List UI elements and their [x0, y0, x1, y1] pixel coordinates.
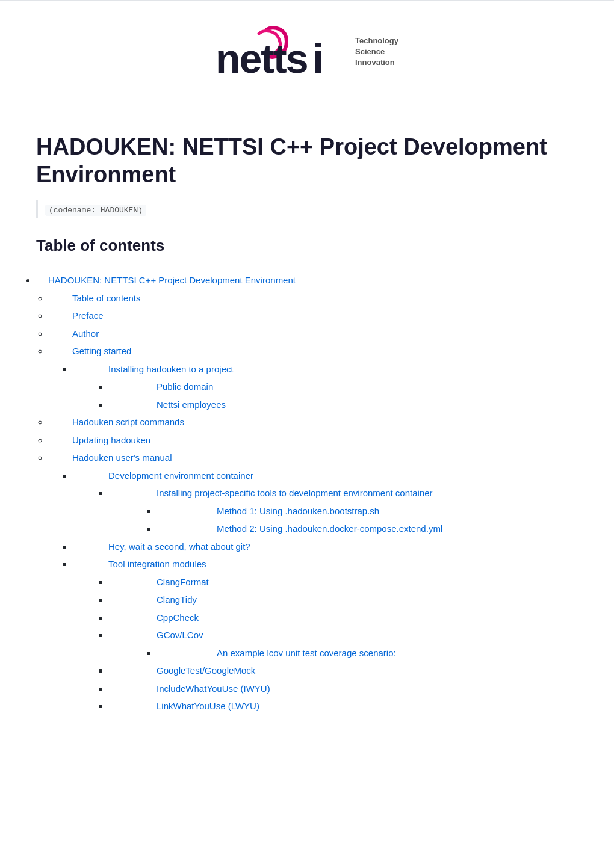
- page-title: HADOUKEN: NETTSI C++ Project Development…: [36, 134, 578, 188]
- list-item: Public domain: [108, 379, 578, 395]
- list-item: Installing project-specific tools to dev…: [108, 485, 578, 537]
- toc-sub-list-2: Installing hadouken to a project Public …: [72, 362, 578, 413]
- toc-link-installing[interactable]: Installing hadouken to a project: [108, 364, 234, 374]
- list-item: Hey, wait a second, what about git?: [72, 539, 578, 555]
- list-item: HADOUKEN: NETTSI C++ Project Development…: [36, 272, 578, 714]
- toc-link-tool-modules[interactable]: Tool integration modules: [108, 559, 206, 569]
- toc-link-git[interactable]: Hey, wait a second, what about git?: [108, 541, 250, 552]
- toc-heading: Table of contents: [36, 236, 578, 260]
- list-item: Hadouken user's manual Development envir…: [48, 450, 578, 714]
- list-item: Getting started Installing hadouken to a…: [48, 343, 578, 412]
- list-item: GoogleTest/GoogleMock: [108, 663, 578, 679]
- toc-link-author[interactable]: Author: [72, 328, 99, 339]
- toc-link-manual[interactable]: Hadouken user's manual: [72, 452, 172, 463]
- list-item: Method 2: Using .hadouken.docker-compose…: [157, 521, 578, 537]
- toc-sub-list-3: Public domain Nettsi employees: [108, 379, 578, 412]
- list-item: Author: [48, 326, 578, 342]
- toc-link-cppcheck[interactable]: CppCheck: [157, 612, 199, 623]
- list-item: GCov/LCov An example lcov unit test cove…: [108, 627, 578, 660]
- svg-text:i: i: [312, 35, 324, 79]
- logo-section: netts i Technology Science Innovation: [0, 1, 614, 97]
- logo-icon: netts i: [216, 25, 348, 79]
- toc-link-toc[interactable]: Table of contents: [72, 293, 140, 303]
- logo-container: netts i Technology Science Innovation: [216, 25, 398, 79]
- toc-link-lwyu[interactable]: LinkWhatYouUse (LWYU): [157, 701, 259, 711]
- list-item: LinkWhatYouUse (LWYU): [108, 698, 578, 714]
- toc-link-script-commands[interactable]: Hadouken script commands: [72, 417, 184, 427]
- list-item: Method 1: Using .hadouken.bootstrap.sh: [157, 503, 578, 519]
- list-item: Updating hadouken: [48, 432, 578, 448]
- toc-sub-list-gcov: An example lcov unit test coverage scena…: [157, 645, 578, 661]
- list-item: Installing hadouken to a project Public …: [72, 362, 578, 413]
- toc-link-clangformat[interactable]: ClangFormat: [157, 577, 209, 587]
- svg-text:netts: netts: [216, 35, 308, 79]
- toc-link-lcov-example[interactable]: An example lcov unit test coverage scena…: [217, 648, 396, 658]
- toc-link-iwyu[interactable]: IncludeWhatYouUse (IWYU): [157, 683, 270, 694]
- toc-link-method1[interactable]: Method 1: Using .hadouken.bootstrap.sh: [217, 506, 379, 516]
- list-item: Tool integration modules ClangFormat Cla…: [72, 556, 578, 714]
- list-item: Development environment container Instal…: [72, 468, 578, 537]
- toc-sub-list-tools: ClangFormat ClangTidy CppCheck GCov/LCov: [108, 574, 578, 714]
- codename-block: (codename: HADOUKEN): [36, 200, 578, 218]
- toc-link-gcov[interactable]: GCov/LCov: [157, 630, 203, 640]
- codename-text: (codename: HADOUKEN): [45, 205, 146, 216]
- toc-link-googletest[interactable]: GoogleTest/GoogleMock: [157, 665, 255, 676]
- list-item: Nettsi employees: [108, 397, 578, 413]
- toc-link-preface[interactable]: Preface: [72, 310, 104, 321]
- main-content: HADOUKEN: NETTSI C++ Project Development…: [0, 97, 614, 753]
- toc-root-list: HADOUKEN: NETTSI C++ Project Development…: [36, 272, 578, 714]
- logo-tagline: Technology Science Innovation: [355, 35, 398, 69]
- toc-link-public-domain[interactable]: Public domain: [157, 381, 213, 392]
- toc-sub-list-manual: Development environment container Instal…: [72, 468, 578, 714]
- list-item: CppCheck: [108, 610, 578, 626]
- list-item: IncludeWhatYouUse (IWYU): [108, 681, 578, 697]
- toc-link-clangtidy[interactable]: ClangTidy: [157, 594, 197, 605]
- toc-link-nettsi-employees[interactable]: Nettsi employees: [157, 399, 226, 410]
- toc-link-getting-started[interactable]: Getting started: [72, 346, 131, 356]
- toc-sub-list-methods: Method 1: Using .hadouken.bootstrap.sh M…: [157, 503, 578, 537]
- toc-link-method2[interactable]: Method 2: Using .hadouken.docker-compose…: [217, 523, 442, 534]
- list-item: Hadouken script commands: [48, 414, 578, 430]
- toc-sub-list-dev-env: Installing project-specific tools to dev…: [108, 485, 578, 537]
- toc-link-dev-env[interactable]: Development environment container: [108, 470, 253, 481]
- list-item: An example lcov unit test coverage scena…: [157, 645, 578, 661]
- list-item: ClangFormat: [108, 574, 578, 590]
- list-item: Preface: [48, 308, 578, 324]
- list-item: ClangTidy: [108, 592, 578, 608]
- list-item: Table of contents: [48, 291, 578, 306]
- toc-link-main[interactable]: HADOUKEN: NETTSI C++ Project Development…: [48, 275, 296, 285]
- toc-link-updating[interactable]: Updating hadouken: [72, 435, 150, 445]
- toc-link-installing-tools[interactable]: Installing project-specific tools to dev…: [157, 488, 433, 498]
- toc-sub-list-1: Table of contents Preface Author Getting…: [48, 291, 578, 714]
